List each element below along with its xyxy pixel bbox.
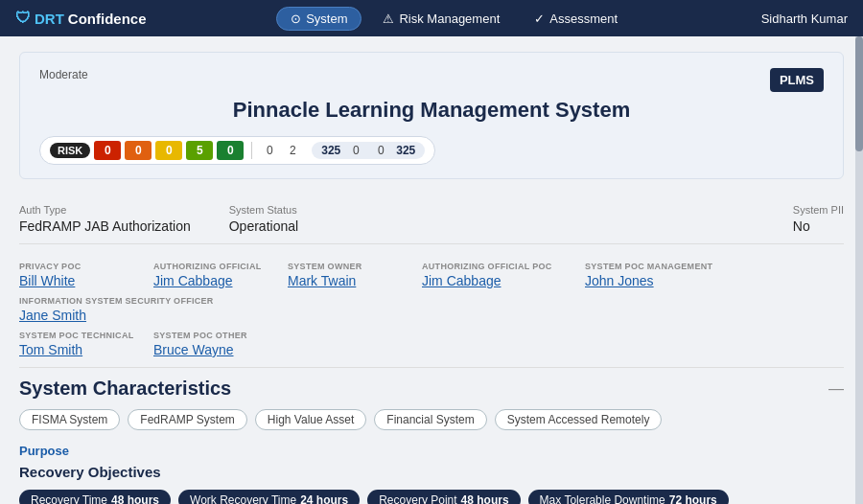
poc-grid-2: SYSTEM POC TECHNICAL Tom Smith SYSTEM PO…	[19, 331, 844, 357]
poc-sys-poc-other-role: SYSTEM POC OTHER	[153, 331, 278, 340]
poc-section: PRIVACY POC Bill White AUTHORIZING OFFIC…	[19, 254, 844, 368]
risk-divider	[251, 142, 252, 159]
tab-risk-label: Risk Management	[399, 11, 500, 26]
poc-system-poc-mgmt: SYSTEM POC MANAGEMENT John Jones	[585, 262, 738, 288]
risk-seg-orange: 0	[125, 141, 152, 160]
poc-auth-official-poc-role: AUTHORIZING OFFICIAL POC	[422, 262, 575, 271]
poc-isso-role: INFORMATION SYSTEM SECURITY OFFICER	[19, 296, 214, 306]
purpose-label: Purpose	[19, 444, 844, 458]
collapse-icon[interactable]: —	[828, 380, 844, 398]
poc-sys-poc-other-name[interactable]: Bruce Wayne	[153, 342, 278, 357]
recovery-time-label: Recovery Time	[31, 493, 107, 504]
characteristics-header: System Characteristics —	[19, 378, 844, 400]
poc-auth-official-poc-name[interactable]: Jim Cabbage	[422, 273, 575, 288]
poc-auth-official-name[interactable]: Jim Cabbage	[153, 273, 278, 288]
tag-financial: Financial System	[374, 409, 486, 430]
risk-num-0: 0	[260, 144, 279, 157]
system-card-header: Moderate PLMS	[39, 68, 824, 92]
risk-seg-red: 0	[94, 141, 121, 160]
system-info-row: Auth Type FedRAMP JAB Authorization Syst…	[19, 195, 844, 244]
system-status-group: System Status Operational	[229, 204, 298, 234]
tab-assessment[interactable]: ✓ Assessment	[521, 8, 631, 30]
tab-system-label: System	[306, 11, 347, 26]
recovery-point-label: Recovery Point	[379, 493, 456, 504]
auth-type-group: Auth Type FedRAMP JAB Authorization	[19, 204, 191, 234]
work-recovery-label: Work Recovery Time	[190, 493, 296, 504]
tag-fisma: FISMA System	[19, 409, 120, 430]
poc-system-owner: SYSTEM OWNER Mark Twain	[288, 262, 412, 288]
shield-icon: 🛡	[15, 10, 31, 27]
scrollbar-thumb[interactable]	[855, 36, 863, 151]
max-tolerable-value: 72 hours	[669, 493, 717, 504]
poc-sys-poc-other: SYSTEM POC OTHER Bruce Wayne	[153, 331, 278, 357]
risk-score-0b: 0	[369, 144, 392, 157]
assessment-icon: ✓	[534, 11, 545, 26]
poc-auth-official-role: AUTHORIZING OFFICIAL	[153, 262, 278, 271]
tab-risk-management[interactable]: ⚠ Risk Management	[369, 8, 513, 30]
poc-system-poc-mgmt-role: SYSTEM POC MANAGEMENT	[585, 262, 738, 271]
recovery-point-value: 48 hours	[461, 493, 509, 504]
characteristics-title: System Characteristics	[19, 378, 231, 400]
moderate-label: Moderate	[39, 68, 88, 81]
characteristics-tags: FISMA System FedRAMP System High Value A…	[19, 409, 844, 430]
system-pii-value: No	[793, 218, 844, 234]
poc-sys-poc-tech-name[interactable]: Tom Smith	[19, 342, 144, 357]
work-recovery-time-badge: Work Recovery Time 24 hours	[178, 490, 360, 504]
tab-assessment-label: Assessment	[549, 11, 618, 26]
system-pii-group: System PII No	[793, 204, 844, 234]
risk-scores: 325 0 0 325	[312, 142, 425, 159]
system-status-label: System Status	[229, 204, 298, 216]
poc-privacy-name[interactable]: Bill White	[19, 273, 144, 288]
main-content: Moderate PLMS Pinnacle Learning Manageme…	[0, 36, 863, 504]
system-pii-label: System PII	[793, 204, 844, 216]
risk-seg-light-green: 5	[186, 141, 213, 160]
recovery-objectives-label: Recovery Objectives	[19, 464, 844, 480]
poc-system-poc-mgmt-name[interactable]: John Jones	[585, 273, 738, 288]
poc-grid: PRIVACY POC Bill White AUTHORIZING OFFIC…	[19, 262, 844, 323]
system-icon: ⊙	[291, 11, 301, 26]
risk-seg-orange-val: 0	[135, 144, 142, 157]
risk-score-325b: 325	[394, 144, 417, 157]
tag-hva: High Value Asset	[255, 409, 367, 430]
auth-type-value: FedRAMP JAB Authorization	[19, 218, 191, 234]
top-nav: 🛡 DRTConfidence ⊙ System ⚠ Risk Manageme…	[0, 0, 863, 36]
risk-score-325: 325	[319, 144, 342, 157]
poc-isso: INFORMATION SYSTEM SECURITY OFFICER Jane…	[19, 296, 214, 323]
logo-drt: DRT	[35, 11, 64, 27]
recovery-badges: Recovery Time 48 hours Work Recovery Tim…	[19, 490, 844, 504]
system-card: Moderate PLMS Pinnacle Learning Manageme…	[19, 52, 844, 179]
risk-seg-red-val: 0	[105, 144, 111, 157]
recovery-time-badge: Recovery Time 48 hours	[19, 490, 171, 504]
auth-type-label: Auth Type	[19, 204, 191, 216]
risk-label: RISK	[50, 143, 90, 158]
risk-bar: RISK 0 0 0 5 0 0 2	[39, 136, 435, 165]
poc-system-owner-role: SYSTEM OWNER	[288, 262, 412, 271]
poc-auth-official-poc: AUTHORIZING OFFICIAL POC Jim Cabbage	[422, 262, 575, 288]
poc-sys-poc-tech-role: SYSTEM POC TECHNICAL	[19, 331, 144, 340]
user-name: Sidharth Kumar	[761, 11, 848, 26]
work-recovery-value: 24 hours	[300, 493, 348, 504]
risk-icon: ⚠	[383, 11, 394, 26]
risk-seg-dark-green: 0	[217, 141, 244, 160]
logo-confidence: Confidence	[68, 11, 147, 27]
system-title: Pinnacle Learning Management System	[39, 98, 824, 123]
poc-sys-poc-tech: SYSTEM POC TECHNICAL Tom Smith	[19, 331, 144, 357]
tag-fedramp: FedRAMP System	[128, 409, 246, 430]
system-status-value: Operational	[229, 218, 298, 234]
poc-privacy: PRIVACY POC Bill White	[19, 262, 144, 288]
risk-seg-lgreen-val: 5	[197, 144, 203, 157]
risk-score-0a: 0	[344, 144, 367, 157]
tab-system[interactable]: ⊙ System	[276, 7, 362, 31]
recovery-point-badge: Recovery Point 48 hours	[367, 490, 520, 504]
recovery-time-value: 48 hours	[111, 493, 159, 504]
max-tolerable-label: Max Tolerable Downtime	[540, 493, 665, 504]
risk-seg-yellow: 0	[155, 141, 182, 160]
poc-system-owner-name[interactable]: Mark Twain	[288, 273, 412, 288]
poc-privacy-role: PRIVACY POC	[19, 262, 144, 271]
logo: 🛡 DRTConfidence	[15, 10, 147, 27]
poc-auth-official: AUTHORIZING OFFICIAL Jim Cabbage	[153, 262, 278, 288]
poc-isso-name[interactable]: Jane Smith	[19, 308, 214, 323]
nav-tabs: ⊙ System ⚠ Risk Management ✓ Assessment	[276, 7, 631, 31]
risk-seg-yellow-val: 0	[166, 144, 173, 157]
risk-seg-dgreen-val: 0	[227, 144, 234, 157]
